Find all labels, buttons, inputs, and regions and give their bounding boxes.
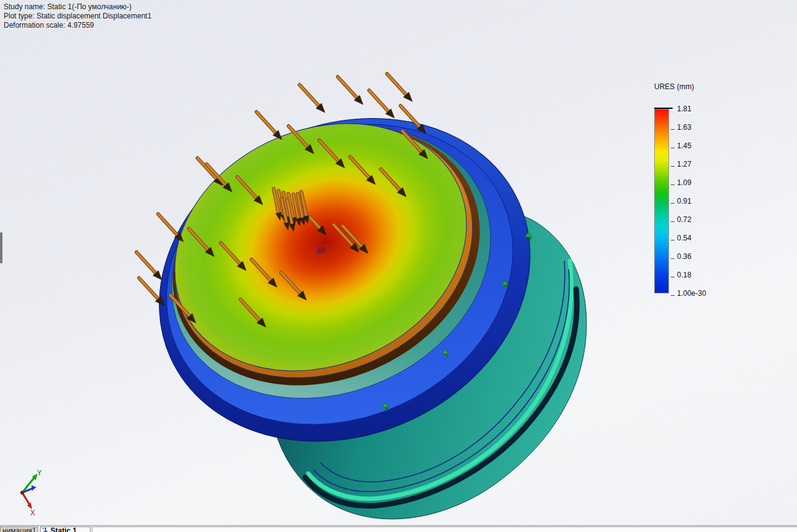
legend-tick — [671, 129, 675, 130]
panel-splitter-handle[interactable] — [0, 232, 2, 263]
triad-y-label: Y — [37, 469, 42, 477]
legend-color-bar — [654, 109, 669, 293]
legend-value-label: 1.27 — [677, 160, 691, 169]
legend-value-label: 1.63 — [677, 123, 691, 132]
legend-value-label: 0.91 — [677, 197, 691, 205]
study-name-line: Study name: Static 1(-По умолчанию-) — [4, 2, 132, 11]
legend-tick — [671, 185, 675, 185]
triad-z-arrowhead — [31, 485, 36, 491]
legend-tick — [671, 148, 675, 148]
legend-value-label: 0.18 — [677, 271, 691, 279]
tab-static-study[interactable]: Static 1 — [40, 526, 90, 532]
solidworks-viewport: { "header": { "lines": [ "Study name: St… — [0, 0, 797, 532]
static-study-icon — [42, 528, 49, 532]
legend-tick — [671, 277, 675, 277]
ures-legend[interactable]: URES (mm) 1.811.631.451.271.090.910.720.… — [640, 79, 745, 300]
legend-tick — [671, 240, 675, 240]
tab-bar-filler — [92, 526, 797, 532]
tab-motion-study-label: нимация1 — [2, 527, 36, 532]
legend-tick — [671, 166, 675, 167]
legend-value-label: 0.36 — [677, 252, 691, 261]
plot-type-line: Plot type: Static displacement Displacem… — [4, 12, 151, 20]
legend-value-label: 1.00e-30 — [677, 289, 706, 298]
legend-tick — [671, 221, 675, 222]
legend-value-label: 1.81 — [677, 105, 691, 113]
legend-value-label: 0.72 — [677, 215, 691, 224]
triad-origin — [20, 491, 24, 494]
legend-title: URES (mm) — [654, 82, 694, 91]
tab-static-study-label: Static 1 — [50, 527, 77, 532]
legend-tick — [671, 295, 675, 296]
deformation-scale-line: Deformation scale: 4.97559 — [4, 21, 94, 30]
plot-header: Study name: Static 1(-По умолчанию-) Plo… — [4, 2, 151, 30]
legend-value-label: 0.54 — [677, 234, 691, 242]
legend-value-label: 1.45 — [677, 141, 691, 150]
orientation-triad: Y X — [20, 469, 42, 517]
triad-x-label: X — [30, 509, 35, 517]
legend-tick — [671, 203, 675, 204]
study-tab-bar: нимация1 Static 1 — [0, 526, 797, 532]
legend-value-label: 1.09 — [677, 178, 691, 187]
legend-tick — [671, 258, 675, 259]
tab-motion-study[interactable]: нимация1 — [0, 526, 38, 532]
